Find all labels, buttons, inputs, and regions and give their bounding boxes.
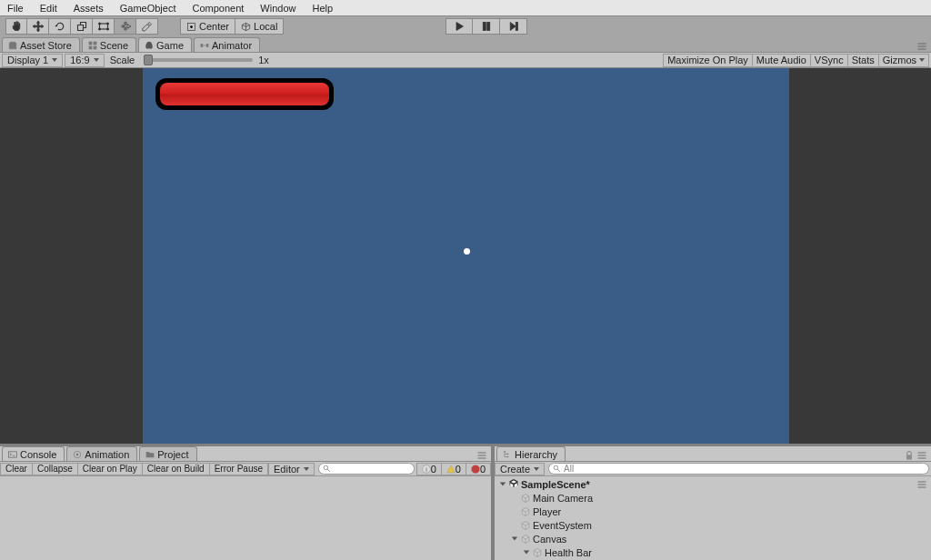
display-dropdown[interactable]: Display 1 <box>2 54 63 67</box>
view-tabbar: Asset Store Scene Game Animator <box>0 36 931 53</box>
rect-icon <box>98 21 109 32</box>
tree-row-scene[interactable]: SampleScene* <box>495 477 931 491</box>
rotate-tool-button[interactable] <box>49 18 71 35</box>
scale-slider[interactable] <box>144 58 253 62</box>
tab-project[interactable]: Project <box>139 446 196 461</box>
svg-rect-25 <box>478 457 486 459</box>
scene-options-icon[interactable] <box>916 479 927 490</box>
menu-assets[interactable]: Assets <box>70 2 107 15</box>
tab-game-label: Game <box>156 40 184 51</box>
tree-row[interactable]: EventSystem <box>495 518 931 532</box>
pause-icon <box>481 21 492 32</box>
health-bar-image <box>160 83 329 105</box>
console-editor-dropdown[interactable]: Editor <box>268 463 315 475</box>
console-clear-button[interactable]: Clear <box>0 463 33 475</box>
menubar: File Edit Assets GameObject Component Wi… <box>0 0 931 16</box>
item-label: Canvas <box>533 534 566 545</box>
pivot-local-label: Local <box>254 21 277 32</box>
transform-tool-button[interactable] <box>115 18 136 35</box>
console-error-pause-button[interactable]: Error Pause <box>210 463 268 475</box>
tree-row[interactable]: Player <box>495 505 931 518</box>
gizmos-label: Gizmos <box>883 55 916 65</box>
main-toolbar: Center Local <box>0 16 931 36</box>
step-button[interactable] <box>500 18 527 35</box>
hierarchy-tree[interactable]: SampleScene* Main Camera Player EventSys… <box>495 476 931 560</box>
hierarchy-search-input[interactable]: All <box>548 463 929 475</box>
tab-game[interactable]: Game <box>138 37 192 52</box>
svg-rect-15 <box>206 44 209 47</box>
gameobject-icon <box>532 547 543 558</box>
pause-button[interactable] <box>473 18 500 35</box>
pivot-local-button[interactable]: Local <box>235 18 284 35</box>
tab-asset-store[interactable]: Asset Store <box>2 37 80 52</box>
tab-animator[interactable]: Animator <box>194 37 260 52</box>
menu-file[interactable]: File <box>4 2 27 15</box>
svg-rect-13 <box>93 46 96 50</box>
tab-scene-label: Scene <box>100 40 128 51</box>
svg-point-4 <box>106 28 108 30</box>
tree-row[interactable]: Canvas <box>495 532 931 545</box>
move-tool-button[interactable] <box>27 18 49 35</box>
game-canvas[interactable] <box>143 68 789 444</box>
play-button[interactable] <box>445 18 473 35</box>
svg-rect-30 <box>504 451 506 452</box>
gizmos-dropdown[interactable]: Gizmos <box>879 54 929 67</box>
console-info-count[interactable]: i 0 <box>416 463 442 475</box>
panel-options-icon[interactable] <box>916 450 927 461</box>
foldout-icon[interactable] <box>510 535 518 543</box>
foldout-icon[interactable] <box>522 548 530 556</box>
console-collapse-button[interactable]: Collapse <box>33 463 78 475</box>
svg-rect-17 <box>918 43 926 45</box>
error-icon <box>471 465 480 474</box>
menu-component[interactable]: Component <box>188 2 247 15</box>
custom-tool-button[interactable] <box>136 18 158 35</box>
tab-console[interactable]: Console <box>2 446 65 461</box>
aspect-dropdown[interactable]: 16:9 <box>65 54 104 67</box>
scale-value: 1x <box>258 55 269 65</box>
svg-point-1 <box>98 23 100 25</box>
scale-thumb[interactable] <box>144 55 153 65</box>
console-body[interactable] <box>0 476 491 560</box>
console-tabbar: Console Animation Project <box>0 446 491 462</box>
pivot-center-button[interactable]: Center <box>180 18 235 35</box>
console-icon <box>8 450 17 459</box>
panel-options-icon[interactable] <box>916 41 927 52</box>
hand-tool-button[interactable] <box>5 18 27 35</box>
tab-animation[interactable]: Animation <box>66 446 137 461</box>
console-error-count[interactable]: 0 <box>466 463 491 475</box>
mute-audio-toggle[interactable]: Mute Audio <box>753 54 811 67</box>
tab-scene[interactable]: Scene <box>82 37 136 52</box>
editor-label: Editor <box>274 464 300 475</box>
panel-options-icon[interactable] <box>476 450 487 461</box>
svg-rect-18 <box>918 45 926 47</box>
item-label: EventSystem <box>533 520 592 531</box>
animation-icon <box>73 450 82 459</box>
vsync-toggle[interactable]: VSync <box>811 54 848 67</box>
menu-window[interactable]: Window <box>256 2 299 15</box>
console-clear-on-build-button[interactable]: Clear on Build <box>143 463 210 475</box>
console-search-input[interactable] <box>318 463 415 475</box>
foldout-icon[interactable] <box>498 480 506 488</box>
menu-help[interactable]: Help <box>308 2 336 15</box>
menu-gameobject[interactable]: GameObject <box>116 2 180 15</box>
rect-tool-button[interactable] <box>93 18 115 35</box>
panel-lock-icon[interactable] <box>904 450 915 461</box>
stats-toggle[interactable]: Stats <box>848 54 879 67</box>
tab-hierarchy[interactable]: Hierarchy <box>496 446 566 461</box>
maximize-on-play-toggle[interactable]: Maximize On Play <box>663 54 753 67</box>
svg-rect-23 <box>478 452 486 454</box>
console-clear-on-play-button[interactable]: Clear on Play <box>78 463 143 475</box>
scene-icon <box>88 41 97 50</box>
menu-edit[interactable]: Edit <box>36 2 61 15</box>
svg-rect-36 <box>918 457 926 459</box>
svg-rect-9 <box>516 23 517 31</box>
svg-rect-10 <box>88 42 92 45</box>
play-controls <box>445 18 527 35</box>
console-warn-count[interactable]: 0 <box>442 463 466 475</box>
scale-tool-button[interactable] <box>71 18 93 35</box>
move-icon <box>33 21 44 32</box>
hierarchy-create-dropdown[interactable]: Create <box>495 463 545 475</box>
tree-row[interactable]: Health Bar <box>495 545 931 559</box>
svg-point-22 <box>76 454 79 456</box>
tree-row[interactable]: Main Camera <box>495 491 931 505</box>
